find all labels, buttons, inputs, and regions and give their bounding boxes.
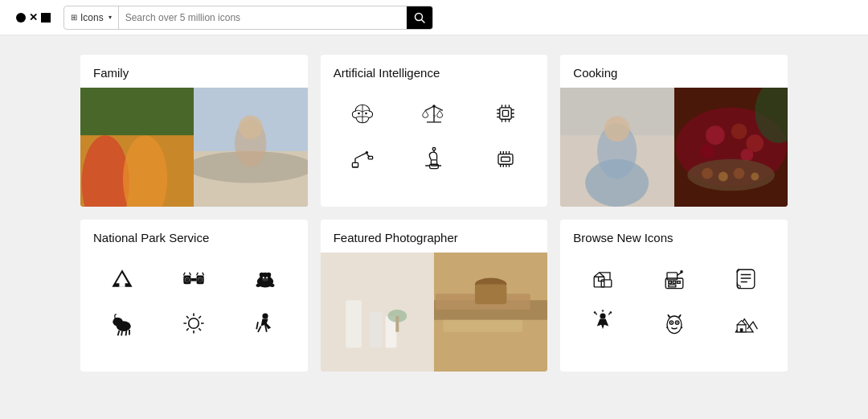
family-photo-2 xyxy=(194,88,307,207)
svg-rect-131 xyxy=(594,277,604,287)
svg-point-14 xyxy=(365,113,367,115)
header: ✕ ⊞ Icons ▾ xyxy=(0,0,868,35)
svg-rect-135 xyxy=(668,281,671,284)
cooking-photo1-illustration xyxy=(560,88,674,207)
svg-point-71 xyxy=(702,168,713,179)
new-icon-register xyxy=(641,259,706,298)
svg-point-154 xyxy=(670,322,672,323)
svg-rect-137 xyxy=(677,281,680,284)
svg-point-106 xyxy=(189,318,199,329)
svg-point-19 xyxy=(432,105,436,108)
ai-icon-scale: ? xyxy=(402,94,467,133)
featured-photo1-illustration xyxy=(321,253,434,372)
cooking-photo-2 xyxy=(674,88,788,207)
card-nps[interactable]: National Park Service xyxy=(80,220,308,372)
svg-point-13 xyxy=(358,113,360,115)
svg-point-11 xyxy=(239,116,263,140)
card-cooking-title: Cooking xyxy=(560,55,788,88)
svg-line-88 xyxy=(197,273,199,276)
svg-point-151 xyxy=(667,316,682,334)
svg-line-37 xyxy=(355,155,361,158)
card-nps-title: National Park Service xyxy=(80,220,308,253)
new-icon-scroll xyxy=(713,259,778,298)
svg-line-87 xyxy=(190,273,191,276)
ai-icon-robotic-arm2 xyxy=(402,139,467,178)
card-ai[interactable]: Artificial Intelligence xyxy=(321,55,548,207)
ai-icon-robot-arm xyxy=(330,139,395,178)
search-button[interactable] xyxy=(407,6,432,30)
svg-line-112 xyxy=(199,328,202,331)
svg-point-101 xyxy=(115,318,118,321)
svg-rect-128 xyxy=(443,320,522,332)
svg-point-72 xyxy=(719,172,728,182)
svg-point-84 xyxy=(186,278,189,281)
category-grid: Family xyxy=(80,55,788,372)
icons-type-icon: ⊞ xyxy=(71,13,77,22)
svg-line-1 xyxy=(422,19,425,23)
svg-rect-21 xyxy=(500,108,511,119)
svg-text:✦: ✦ xyxy=(665,325,669,330)
svg-point-145 xyxy=(600,313,605,318)
svg-rect-124 xyxy=(395,316,399,332)
nps-icon-sun xyxy=(162,304,227,343)
svg-marker-150 xyxy=(601,309,604,312)
svg-rect-22 xyxy=(502,110,508,116)
ai-icon-circuit-board xyxy=(473,139,538,178)
svg-point-85 xyxy=(199,278,203,281)
svg-point-147 xyxy=(594,311,596,314)
svg-line-133 xyxy=(599,273,604,277)
main-content: Family xyxy=(0,35,868,391)
cooking-photos xyxy=(560,88,788,207)
cooking-photo-1 xyxy=(560,88,674,207)
svg-rect-35 xyxy=(352,162,358,166)
card-family[interactable]: Family xyxy=(80,55,308,207)
svg-line-113 xyxy=(199,316,202,318)
nps-icon-grid xyxy=(80,253,308,355)
svg-point-39 xyxy=(366,151,369,154)
search-type-dropdown[interactable]: ⊞ Icons ▾ xyxy=(64,6,119,29)
family-photos xyxy=(80,88,308,207)
svg-point-155 xyxy=(676,322,678,323)
new-icon-box xyxy=(570,259,635,298)
svg-line-114 xyxy=(186,328,189,331)
search-type-label: Icons xyxy=(80,12,104,23)
svg-line-89 xyxy=(203,273,204,276)
svg-point-96 xyxy=(266,277,268,278)
card-family-title: Family xyxy=(80,55,308,88)
svg-rect-49 xyxy=(501,157,510,161)
family-photo2-illustration xyxy=(194,88,307,207)
family-photo-1 xyxy=(80,88,194,207)
new-icons-grid: ✦ ✦ xyxy=(560,253,788,355)
svg-point-92 xyxy=(260,273,264,277)
search-bar: ⊞ Icons ▾ xyxy=(63,6,433,30)
ai-icon-chip xyxy=(473,94,538,133)
card-new-icons[interactable]: Browse New Icons xyxy=(560,220,788,372)
svg-point-65 xyxy=(706,125,725,145)
nps-icon-bear xyxy=(233,259,298,298)
card-cooking[interactable]: Cooking xyxy=(560,55,788,207)
svg-point-149 xyxy=(609,311,612,314)
svg-line-148 xyxy=(608,313,610,314)
svg-point-73 xyxy=(733,168,744,179)
svg-rect-44 xyxy=(431,160,436,166)
new-icon-creature: ✦ ✦ xyxy=(641,304,706,343)
cooking-photo2-illustration xyxy=(674,88,788,207)
svg-line-18 xyxy=(434,106,443,110)
svg-rect-81 xyxy=(191,278,197,281)
svg-point-93 xyxy=(267,273,272,277)
logo[interactable]: ✕ xyxy=(16,12,51,23)
svg-rect-130 xyxy=(475,284,506,304)
nps-icon-goat xyxy=(90,304,155,343)
svg-point-115 xyxy=(263,313,268,318)
svg-text:?: ? xyxy=(433,114,436,119)
svg-rect-5 xyxy=(80,88,194,135)
family-photo-illustration xyxy=(80,88,194,207)
card-ai-title: Artificial Intelligence xyxy=(321,55,548,88)
svg-point-62 xyxy=(604,117,630,142)
card-featured[interactable]: Featured Photographer xyxy=(321,220,548,372)
svg-rect-136 xyxy=(673,281,676,284)
svg-rect-138 xyxy=(668,285,675,287)
svg-rect-78 xyxy=(120,281,125,287)
search-input[interactable] xyxy=(119,12,407,23)
svg-point-95 xyxy=(263,277,264,278)
